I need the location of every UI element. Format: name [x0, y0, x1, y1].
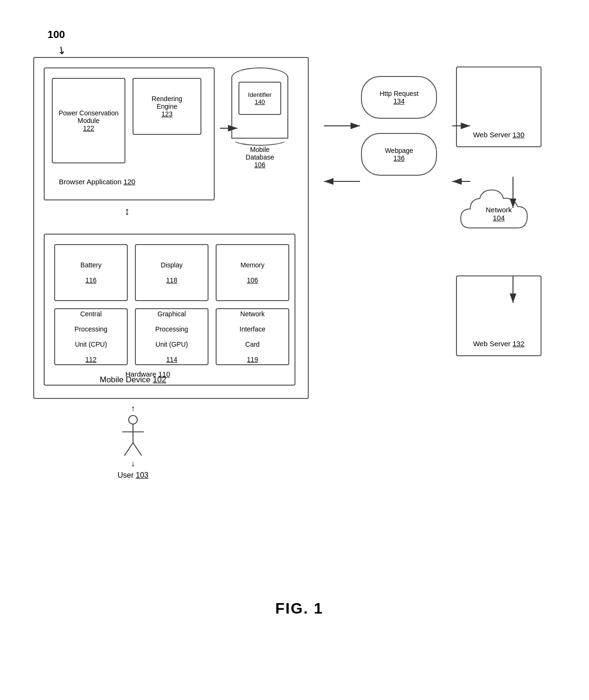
user-figure-svg [116, 415, 150, 458]
svg-line-3 [124, 443, 133, 455]
gpu-cell: Graphical Processing Unit (GPU) 114 [135, 308, 209, 365]
http-label: Http Request [380, 90, 418, 97]
re-number: 123 [162, 110, 172, 118]
cylinder: Identifier 140 [231, 67, 288, 143]
battery-cell: Battery 116 [54, 244, 128, 301]
identifier-box: Identifier 140 [238, 82, 281, 115]
svg-line-4 [133, 443, 142, 455]
user-area: ↑ ↓ User 103 [104, 404, 162, 480]
cpu-cell: Central Processing Unit (CPU) 112 [54, 308, 128, 365]
figure-label: FIG. 1 [276, 600, 323, 617]
user-to-device-arrow: ↑ [131, 404, 135, 414]
user-label: User 103 [118, 471, 149, 480]
webpage-label: Webpage [385, 147, 413, 154]
rendering-engine-box: Rendering Engine 123 [133, 78, 201, 135]
re-text2: Engine [157, 103, 178, 110]
browser-app-label: Browser Application 120 [59, 178, 135, 186]
pcm-text2: Module [78, 117, 100, 124]
nic-cell: Network Interface Card 119 [216, 308, 289, 365]
mobile-db-area: Identifier 140 Mobile Database 106 [224, 67, 295, 200]
network-cloud: Network 104 [456, 180, 542, 247]
webpage-number: 136 [393, 154, 404, 162]
pcm-text: Power Conservation [58, 109, 118, 117]
pcm-number: 122 [83, 124, 94, 132]
re-text: Rendering [152, 95, 182, 103]
diagram-top-label: 100 [48, 28, 65, 41]
svg-point-0 [129, 416, 137, 424]
mobile-db-label: Mobile Database 106 [246, 146, 274, 169]
identifier-label: Identifier [248, 91, 272, 98]
webserver130-label: Web Server 130 [466, 131, 532, 139]
hardware-box: Battery 116 Display 118 Memory 106 Centr… [44, 234, 295, 386]
mobile-device-box: Power Conservation Module 122 Rendering … [33, 57, 309, 399]
browser-hardware-arrow: ↕ [124, 205, 130, 218]
cylinder-inner-ellipse [231, 132, 288, 146]
webpage-box: Webpage 136 [361, 133, 437, 176]
pcm-box: Power Conservation Module 122 [52, 78, 125, 163]
webserver132-label: Web Server 132 [466, 340, 532, 348]
http-request-box: Http Request 134 [361, 76, 437, 119]
mobile-device-label: Mobile Device 102 [100, 375, 166, 385]
hw-grid: Battery 116 Display 118 Memory 106 Centr… [54, 244, 289, 365]
browser-app-box: Power Conservation Module 122 Rendering … [44, 67, 215, 200]
network-label: Network 104 [485, 206, 512, 222]
display-cell: Display 118 [135, 244, 209, 301]
http-number: 134 [393, 97, 404, 105]
device-to-user-arrow: ↓ [131, 459, 135, 469]
identifier-number: 140 [255, 98, 265, 105]
memory-cell: Memory 106 [216, 244, 289, 301]
top-label-arrow: ↘ [54, 42, 68, 57]
